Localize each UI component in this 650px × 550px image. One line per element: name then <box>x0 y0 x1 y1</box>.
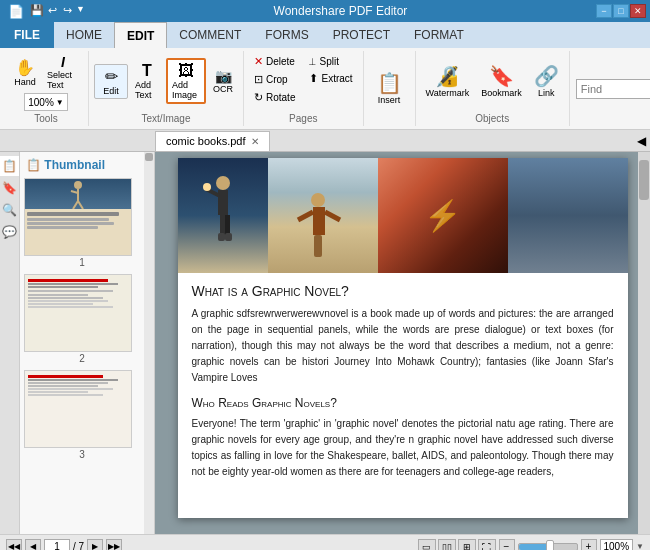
view-controls: ▭ ▯▯ ⊞ ⛶ <box>418 539 496 551</box>
bookmark-button[interactable]: 🔖 Bookmark <box>476 61 527 101</box>
figure-icon <box>198 171 248 261</box>
rotate-label: Rotate <box>266 92 295 103</box>
page-content: ⚡ What is a Graphic Novel? A graphic sdf… <box>178 158 628 518</box>
tab-protect[interactable]: PROTECT <box>321 22 402 48</box>
zoom-arrow-icon: ▼ <box>56 98 64 107</box>
sidebar-scrollbar[interactable] <box>144 152 154 534</box>
bookmark-panel-icon[interactable]: 🔖 <box>1 178 18 198</box>
close-button[interactable]: ✕ <box>630 4 646 18</box>
find-input[interactable] <box>576 79 650 99</box>
page-paragraph-1: A graphic sdfsrewrwerwerewvnovel is a bo… <box>192 306 614 386</box>
thumbnail-title: Thumbnail <box>44 158 105 172</box>
add-text-button[interactable]: T Add Text <box>130 59 164 103</box>
zoom-in-button[interactable]: + <box>581 539 597 551</box>
view-fullscreen-button[interactable]: ⛶ <box>478 539 496 551</box>
thumbnail-icon[interactable]: 📋 <box>0 156 19 176</box>
quick-save[interactable]: 💾 <box>30 4 44 19</box>
tab-file[interactable]: FILE <box>0 22 54 48</box>
pages-group: ✕ Delete ⊡ Crop ↻ Rotate ⟂ Split ⬆ <box>244 51 364 126</box>
add-image-button[interactable]: 🖼 Add Image <box>166 58 206 104</box>
edit-label: Edit <box>103 86 119 96</box>
add-image-label: Add Image <box>172 80 200 100</box>
svg-rect-11 <box>218 233 225 241</box>
rotate-icon: ↻ <box>254 91 263 104</box>
zoom-slider-thumb[interactable] <box>546 540 554 551</box>
extract-button[interactable]: ⬆ Extract <box>304 70 357 87</box>
extract-label: Extract <box>321 73 352 84</box>
tab-format[interactable]: FORMAT <box>402 22 476 48</box>
thumbnail-header: 📋 Thumbnail <box>24 156 140 178</box>
hand-label: Hand <box>14 77 36 87</box>
find-bar: 🔍 ▲ ▼ <box>570 51 650 126</box>
watermark-button[interactable]: 🔏 Watermark <box>421 61 475 101</box>
content-scrollbar[interactable] <box>638 152 650 534</box>
sidebar-icons: 📋 🔖 🔍 💬 <box>0 152 20 534</box>
quick-undo[interactable]: ↩ <box>46 4 59 19</box>
window-controls: − □ ✕ <box>592 4 650 18</box>
nav-last-button[interactable]: ▶▶ <box>106 539 122 551</box>
insert-items: 📋 Insert <box>372 51 407 124</box>
thumbnail-icon-label: 📋 <box>26 158 41 172</box>
content-area: ⚡ What is a Graphic Novel? A graphic sdf… <box>155 152 650 534</box>
view-double-button[interactable]: ▯▯ <box>438 539 456 551</box>
tools-group-label: Tools <box>34 113 57 124</box>
minimize-button[interactable]: − <box>596 4 612 18</box>
crop-label: Crop <box>266 74 288 85</box>
pages-col2: ⟂ Split ⬆ Extract <box>304 53 357 87</box>
comic-image-1 <box>178 158 268 273</box>
tab-home[interactable]: HOME <box>54 22 114 48</box>
comic-image-3: ⚡ <box>378 158 508 273</box>
svg-line-4 <box>78 201 83 209</box>
zoom-dropdown[interactable]: 100% ▼ <box>24 93 68 111</box>
search-panel-icon[interactable]: 🔍 <box>1 200 18 220</box>
doc-tab-close[interactable]: ✕ <box>251 136 259 147</box>
link-button[interactable]: 🔗 Link <box>529 61 564 101</box>
zoom-out-button[interactable]: − <box>499 539 515 551</box>
thumbnail-item-3[interactable]: 3 <box>24 370 140 460</box>
tab-edit[interactable]: EDIT <box>114 22 167 48</box>
pages-col1: ✕ Delete ⊡ Crop ↻ Rotate <box>249 53 300 106</box>
select-text-button[interactable]: I Select Text <box>43 51 83 93</box>
doc-tab[interactable]: comic books.pdf ✕ <box>155 131 270 151</box>
status-bar: ◀◀ ◀ / 7 ▶ ▶▶ ▭ ▯▯ ⊞ ⛶ − + 100% ▼ <box>0 534 650 550</box>
quick-customize[interactable]: ▼ <box>76 4 85 19</box>
thumbnail-item-1[interactable]: 1 <box>24 178 140 268</box>
nav-first-button[interactable]: ◀◀ <box>6 539 22 551</box>
doc-tab-bar: comic books.pdf ✕ ◀ <box>0 130 650 152</box>
rotate-button[interactable]: ↻ Rotate <box>249 89 300 106</box>
crop-button[interactable]: ⊡ Crop <box>249 71 300 88</box>
hand-icon: ✋ <box>15 58 35 77</box>
split-button[interactable]: ⟂ Split <box>304 53 357 69</box>
tools-group: ✋ Hand I Select Text 100% ▼ Tools <box>4 51 89 126</box>
tab-comment[interactable]: COMMENT <box>167 22 253 48</box>
thumbnail-item-2[interactable]: 2 <box>24 274 140 364</box>
images-strip: ⚡ <box>178 158 628 273</box>
nav-next-button[interactable]: ▶ <box>87 539 103 551</box>
delete-button[interactable]: ✕ Delete <box>249 53 300 70</box>
panel-toggle[interactable]: ◀ <box>633 134 650 148</box>
svg-point-5 <box>216 176 230 190</box>
thumbnail-preview-1 <box>24 178 132 256</box>
svg-line-15 <box>298 212 313 220</box>
nav-prev-button[interactable]: ◀ <box>25 539 41 551</box>
comment-panel-icon[interactable]: 💬 <box>1 222 18 242</box>
tab-forms[interactable]: FORMS <box>253 22 320 48</box>
page-number-input[interactable] <box>44 539 70 551</box>
text-image-group: ✏ Edit T Add Text 🖼 Add Image 📷 OCR Text… <box>89 51 244 126</box>
watermark-icon: 🔏 <box>435 64 460 88</box>
thumb1-figure-icon <box>63 179 93 209</box>
maximize-button[interactable]: □ <box>613 4 629 18</box>
doc-tab-label: comic books.pdf <box>166 135 245 147</box>
edit-button[interactable]: ✏ Edit <box>94 64 128 99</box>
tools-items: ✋ Hand I Select Text <box>9 51 83 93</box>
view-single-button[interactable]: ▭ <box>418 539 436 551</box>
view-grid-button[interactable]: ⊞ <box>458 539 476 551</box>
ocr-button[interactable]: 📷 OCR <box>208 65 238 97</box>
hand-tool-button[interactable]: ✋ Hand <box>9 55 41 90</box>
add-text-icon: T <box>142 62 152 80</box>
zoom-dropdown-button[interactable]: ▼ <box>636 542 644 550</box>
svg-line-16 <box>325 212 340 220</box>
quick-redo[interactable]: ↪ <box>61 4 74 19</box>
insert-button[interactable]: 📋 Insert <box>372 68 407 108</box>
extract-icon: ⬆ <box>309 72 318 85</box>
